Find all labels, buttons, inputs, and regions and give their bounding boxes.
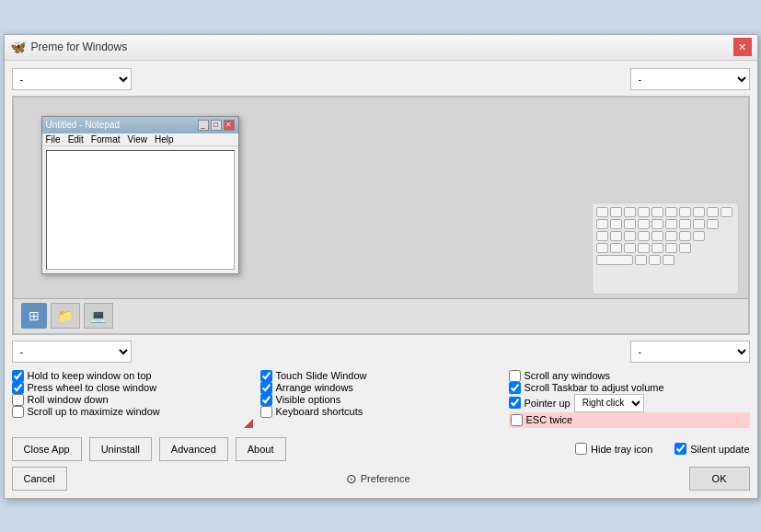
close-window-button[interactable]: ✕ bbox=[733, 38, 752, 56]
checkbox-press-wheel: Press wheel to close window bbox=[12, 382, 253, 394]
key bbox=[665, 219, 677, 229]
checkbox-touch-slide: Touch Slide Window bbox=[260, 370, 502, 382]
key bbox=[693, 207, 705, 217]
checkbox-visible-options-input[interactable] bbox=[260, 394, 272, 406]
key bbox=[693, 231, 705, 241]
checkbox-keyboard-shortcuts-input[interactable] bbox=[260, 406, 272, 418]
about-button[interactable]: About bbox=[236, 437, 286, 461]
checkbox-hold-window: Hold to keep window on top bbox=[12, 370, 253, 382]
checkbox-pointer-up-input[interactable] bbox=[509, 397, 521, 409]
middle-left-dropdown[interactable]: - bbox=[12, 341, 132, 363]
key bbox=[624, 231, 636, 241]
key bbox=[707, 219, 719, 229]
hide-tray-section: Hide tray icon bbox=[575, 443, 652, 455]
key bbox=[596, 231, 608, 241]
checkbox-esc-twice: ESC twice bbox=[509, 412, 750, 428]
notepad-controls: _ □ ✕ bbox=[198, 120, 235, 131]
notepad-menu: File Edit Format View Help bbox=[42, 133, 238, 146]
key bbox=[610, 219, 622, 229]
key bbox=[665, 243, 677, 253]
notepad-body bbox=[46, 150, 235, 270]
checkbox-press-wheel-input[interactable] bbox=[12, 382, 24, 394]
keyboard-illustration bbox=[592, 202, 739, 295]
hide-tray-label: Hide tray icon bbox=[591, 444, 652, 455]
preference-button[interactable]: ⊙ Preference bbox=[346, 471, 410, 486]
right-click-select[interactable]: Right click bbox=[574, 394, 644, 412]
checkbox-touch-slide-input[interactable] bbox=[260, 370, 272, 382]
red-corner-col1 bbox=[244, 419, 253, 428]
close-app-button[interactable]: Close App bbox=[12, 437, 82, 461]
checkbox-scroll-maximize-label: Scroll up to maximize window bbox=[28, 406, 160, 417]
hide-tray-checkbox[interactable] bbox=[575, 443, 587, 455]
keyboard-row-3 bbox=[596, 231, 734, 241]
buttons-row: Close App Uninstall Advanced About Hide … bbox=[12, 437, 750, 461]
checkbox-scroll-taskbar-label: Scroll Taskbar to adjust volume bbox=[525, 382, 664, 393]
checkbox-roll-window: Roll window down bbox=[12, 394, 253, 406]
keyboard-row-1 bbox=[596, 207, 734, 217]
checkbox-keyboard-shortcuts-label: Keyboard shortcuts bbox=[276, 406, 363, 417]
checkbox-roll-window-label: Roll window down bbox=[28, 394, 109, 405]
checkbox-press-wheel-label: Press wheel to close window bbox=[28, 382, 157, 393]
key bbox=[663, 255, 675, 265]
checkbox-scroll-taskbar: Scroll Taskbar to adjust volume bbox=[509, 382, 750, 394]
checkbox-arrange-windows-label: Arrange windows bbox=[276, 382, 353, 393]
checkbox-arrange-windows-input[interactable] bbox=[260, 382, 272, 394]
key bbox=[679, 219, 691, 229]
key bbox=[649, 255, 661, 265]
checkbox-hold-window-input[interactable] bbox=[12, 370, 24, 382]
checkbox-scroll-taskbar-input[interactable] bbox=[509, 382, 521, 394]
ok-button[interactable]: OK bbox=[689, 467, 750, 491]
checkboxes-section: Hold to keep window on top Press wheel t… bbox=[12, 370, 750, 428]
silent-update-checkbox[interactable] bbox=[675, 443, 686, 455]
middle-right-dropdown[interactable]: - bbox=[630, 341, 750, 363]
advanced-button[interactable]: Advanced bbox=[159, 437, 228, 461]
notepad-minimize: _ bbox=[198, 120, 209, 131]
checkbox-esc-twice-input[interactable] bbox=[511, 414, 523, 426]
key bbox=[610, 207, 622, 217]
menu-help: Help bbox=[155, 134, 174, 145]
keyboard-row-5 bbox=[596, 255, 734, 265]
window-title: Preme for Windows bbox=[31, 40, 128, 53]
windows-icon: ⊞ bbox=[29, 308, 40, 323]
key bbox=[596, 243, 608, 253]
menu-edit: Edit bbox=[68, 134, 84, 145]
checkbox-roll-window-input[interactable] bbox=[12, 394, 24, 406]
menu-view: View bbox=[128, 134, 148, 145]
cancel-button[interactable]: Cancel bbox=[12, 467, 67, 491]
key bbox=[679, 231, 691, 241]
silent-update-label: Silent update bbox=[690, 444, 749, 455]
middle-dropdowns-row: - - bbox=[12, 341, 750, 363]
key bbox=[610, 243, 622, 253]
key bbox=[638, 207, 650, 217]
key bbox=[693, 219, 705, 229]
checkbox-keyboard-shortcuts: Keyboard shortcuts bbox=[260, 406, 502, 418]
checkbox-scroll-any-input[interactable] bbox=[509, 370, 521, 382]
key bbox=[635, 255, 647, 265]
taskbar-item-2: 💻 bbox=[84, 303, 113, 329]
top-left-dropdown[interactable]: - bbox=[12, 68, 132, 90]
checkbox-pointer-up: Pointer up Right click bbox=[509, 394, 750, 412]
top-dropdowns-row: - - bbox=[12, 68, 750, 90]
checkbox-scroll-maximize-input[interactable] bbox=[12, 406, 24, 418]
preference-icon: ⊙ bbox=[346, 471, 357, 486]
notepad-titlebar: Untitled - Notepad _ □ ✕ bbox=[42, 117, 238, 133]
checkbox-visible-options: Visible options bbox=[260, 394, 502, 406]
preference-label: Preference bbox=[361, 473, 410, 484]
top-right-dropdown[interactable]: - bbox=[630, 68, 750, 90]
main-window: 🦋 Preme for Windows ✕ - - Untitled - Not… bbox=[4, 34, 758, 499]
checkbox-arrange-windows: Arrange windows bbox=[260, 382, 502, 394]
preview-area: Untitled - Notepad _ □ ✕ File Edit Forma… bbox=[12, 96, 750, 335]
key bbox=[707, 207, 719, 217]
checkbox-hold-window-label: Hold to keep window on top bbox=[28, 370, 152, 381]
uninstall-button[interactable]: Uninstall bbox=[89, 437, 152, 461]
titlebar-left: 🦋 Preme for Windows bbox=[10, 40, 128, 54]
menu-format: Format bbox=[91, 134, 121, 145]
start-button-preview: ⊞ bbox=[21, 303, 47, 329]
key bbox=[651, 207, 663, 217]
key bbox=[721, 207, 732, 217]
key bbox=[651, 219, 663, 229]
checkbox-scroll-any: Scroll any windows bbox=[509, 370, 750, 382]
key bbox=[679, 243, 691, 253]
checkbox-esc-twice-label: ESC twice bbox=[526, 414, 573, 425]
checkbox-visible-options-label: Visible options bbox=[276, 394, 341, 405]
